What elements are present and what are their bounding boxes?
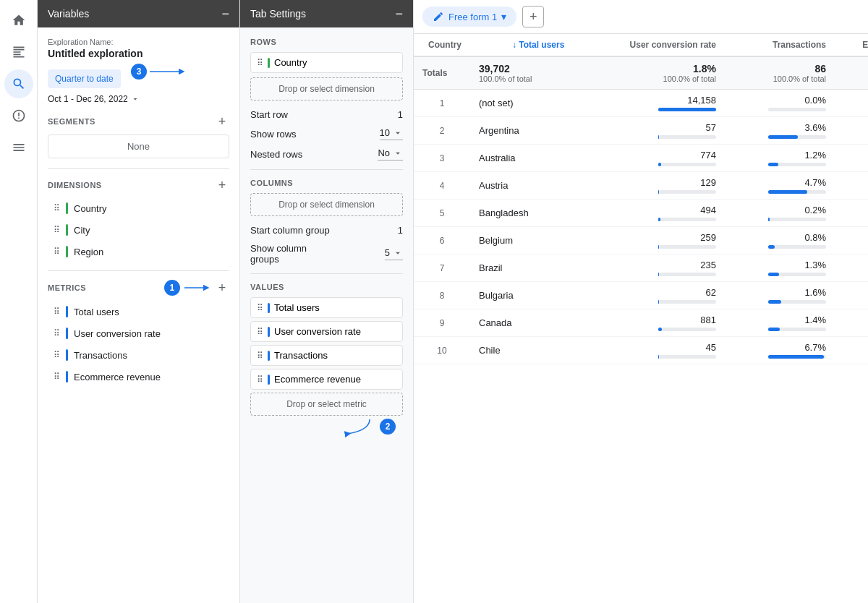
rows-title: ROWS <box>250 38 403 46</box>
values-drop-zone[interactable]: Drop or select metric <box>250 393 403 416</box>
cell-total-users: 45 <box>573 337 725 364</box>
nested-rows-field: Nested rows No <box>250 147 403 161</box>
nested-rows-label: Nested rows <box>250 149 302 160</box>
nav-explore[interactable] <box>4 69 33 98</box>
tab-settings-panel: Tab Settings − ROWS ⠿ Country Drop or se… <box>240 0 414 603</box>
value-transactions[interactable]: ⠿ Transactions <box>250 345 403 366</box>
annotation-arrow-3 <box>150 64 186 79</box>
metric-total-users-label: Total users <box>74 307 119 317</box>
cell-conversion-rate: 0.2% <box>725 200 835 227</box>
show-rows-select[interactable]: 10 <box>380 127 403 140</box>
cell-conversion-rate: 1.6% <box>725 282 835 309</box>
rows-drop-zone[interactable]: Drop or select dimension <box>250 77 403 100</box>
cell-transactions: 1 <box>835 117 868 145</box>
show-column-groups-select[interactable]: 5 <box>385 247 403 260</box>
cell-transactions: 0 <box>835 227 868 255</box>
totals-total-users: 39,702 100.0% of total <box>470 56 573 90</box>
start-column-group-label: Start column group <box>250 225 330 236</box>
variables-title: Variables <box>48 8 89 20</box>
data-table-wrapper: Country ↓ Total users User conversion ra… <box>414 34 868 603</box>
cell-conversion-rate: 1.3% <box>725 255 835 282</box>
tab-free-form-1[interactable]: Free form 1 ▾ <box>422 7 516 27</box>
nested-rows-select[interactable]: No <box>378 147 403 161</box>
tab-dropdown-button[interactable]: ▾ <box>501 11 506 22</box>
col-header-conversion-rate[interactable]: User conversion rate <box>573 34 725 56</box>
tab-name: Free form 1 <box>448 12 497 22</box>
cell-transactions: 1 <box>835 145 868 172</box>
annotation-bubble-3: 3 <box>131 64 147 80</box>
dimension-country[interactable]: ⠿ Country <box>48 198 229 218</box>
cell-conversion-rate: 0.8% <box>725 227 835 255</box>
cell-total-users: 129 <box>573 172 725 200</box>
metric-ecommerce[interactable]: ⠿ Ecommerce revenue <box>48 367 229 387</box>
start-column-group-value: 1 <box>398 225 403 236</box>
nav-reports[interactable] <box>4 38 33 67</box>
drag-handle-total-users: ⠿ <box>54 307 60 317</box>
tab-settings-title: Tab Settings <box>250 8 306 20</box>
metric-conversion-rate[interactable]: ⠿ User conversion rate <box>48 323 229 343</box>
date-range[interactable]: Oct 1 - Dec 26, 2022 <box>48 94 229 104</box>
metric-total-users[interactable]: ⠿ Total users <box>48 302 229 322</box>
cell-country: (not set) <box>470 90 573 117</box>
nav-home[interactable] <box>4 6 33 35</box>
start-row-value: 1 <box>398 109 403 120</box>
rows-country-chip[interactable]: ⠿ Country <box>250 52 403 73</box>
green-bar-city <box>66 224 68 236</box>
show-rows-field: Show rows 10 <box>250 127 403 140</box>
data-table: Country ↓ Total users User conversion ra… <box>414 34 868 364</box>
tab-settings-minimize-button[interactable]: − <box>395 7 403 20</box>
value-conversion-rate[interactable]: ⠿ User conversion rate <box>250 321 403 342</box>
cell-conversion-rate: 4.7% <box>725 172 835 200</box>
table-row: 9 Canada 881 1.4% 4 <box>414 309 868 337</box>
start-row-label: Start row <box>250 109 288 120</box>
col-header-ecom[interactable]: Ecom <box>835 34 868 56</box>
columns-drop-zone[interactable]: Drop or select dimension <box>250 193 403 216</box>
dimension-city[interactable]: ⠿ City <box>48 220 229 240</box>
green-bar-region <box>66 246 68 257</box>
col-header-transactions[interactable]: Transactions <box>725 34 835 56</box>
drag-handle-conversion-rate: ⠿ <box>54 328 60 338</box>
cell-rank: 4 <box>414 172 470 200</box>
cell-rank: 5 <box>414 200 470 227</box>
table-row: 2 Argentina 57 3.6% 1 <box>414 117 868 145</box>
dimensions-add-button[interactable]: + <box>215 178 229 192</box>
metric-conversion-rate-label: User conversion rate <box>74 328 161 339</box>
segments-add-button[interactable]: + <box>215 114 229 129</box>
metrics-add-button[interactable]: + <box>215 281 229 295</box>
metric-ecommerce-label: Ecommerce revenue <box>74 372 161 382</box>
cell-country: Belgium <box>470 227 573 255</box>
cell-total-users: 57 <box>573 117 725 145</box>
cell-total-users: 259 <box>573 227 725 255</box>
col-header-country[interactable]: Country <box>414 34 470 56</box>
cell-conversion-rate: 1.2% <box>725 145 835 172</box>
cell-rank: 1 <box>414 90 470 117</box>
value-ecommerce[interactable]: ⠿ Ecommerce revenue <box>250 369 403 390</box>
cell-total-users: 774 <box>573 145 725 172</box>
cell-transactions: 0 <box>835 200 868 227</box>
cell-transactions: 0 <box>835 282 868 309</box>
dimension-region[interactable]: ⠿ Region <box>48 241 229 262</box>
table-row: 8 Bulgaria 62 1.6% 0 <box>414 282 868 309</box>
cell-rank: 6 <box>414 227 470 255</box>
metrics-section-header: METRICS 1 + <box>48 280 229 296</box>
cell-rank: 3 <box>414 145 470 172</box>
tab-settings-panel-header: Tab Settings − <box>240 0 413 27</box>
metric-transactions[interactable]: ⠿ Transactions <box>48 345 229 365</box>
date-badge[interactable]: Quarter to date <box>48 69 121 88</box>
cell-rank: 2 <box>414 117 470 145</box>
sort-arrow: ↓ <box>512 40 516 50</box>
cell-country: Argentina <box>470 117 573 145</box>
col-header-total-users[interactable]: ↓ Total users <box>470 34 573 56</box>
nav-advertising[interactable] <box>4 101 33 130</box>
cell-country: Bangladesh <box>470 200 573 227</box>
add-tab-button[interactable]: + <box>522 6 544 27</box>
nav-configure[interactable] <box>4 133 33 162</box>
totals-conversion-rate: 1.8% 100.0% of total <box>573 56 725 90</box>
blue-bar-conversion-rate <box>66 328 68 339</box>
value-total-users[interactable]: ⠿ Total users <box>250 297 403 318</box>
cell-rank: 8 <box>414 282 470 309</box>
variables-minimize-button[interactable]: − <box>221 7 229 20</box>
cell-transactions: 0 <box>835 172 868 200</box>
cell-conversion-rate: 3.6% <box>725 117 835 145</box>
table-row: 6 Belgium 259 0.8% 0 <box>414 227 868 255</box>
